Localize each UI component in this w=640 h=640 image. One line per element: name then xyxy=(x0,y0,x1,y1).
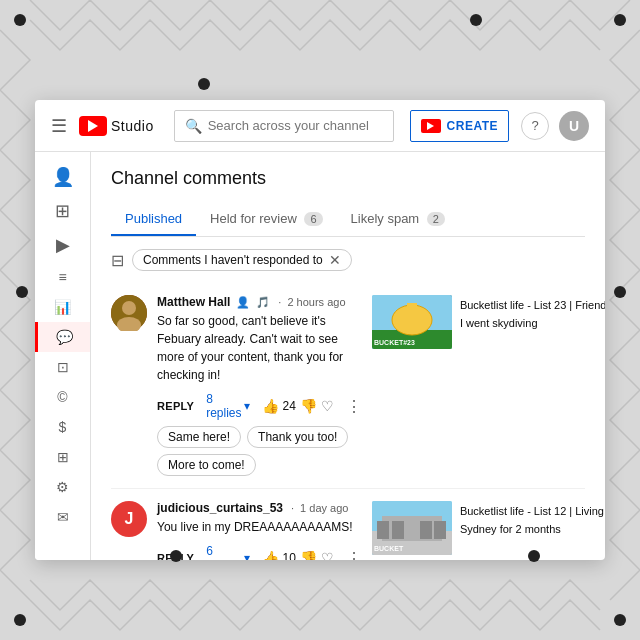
playlists-icon: ⊞ xyxy=(57,450,69,464)
quick-replies-1: Same here! Thank you too! More to come! xyxy=(157,426,362,476)
quick-reply-same[interactable]: Same here! xyxy=(157,426,241,448)
dot-bot-right xyxy=(528,550,540,562)
tab-held[interactable]: Held for review 6 xyxy=(196,203,336,236)
comment-avatar-1 xyxy=(111,295,147,331)
comment-author-1: Matthew Hall xyxy=(157,295,230,309)
comment-body-2: judicious_curtains_53 · 1 day ago You li… xyxy=(157,501,362,560)
svg-rect-13 xyxy=(392,521,404,539)
video-title-2: Bucketlist life - List 12 | Living in Sy… xyxy=(460,505,605,535)
sidebar-item-dashboard[interactable]: ⊞ xyxy=(35,194,90,228)
topbar: ☰ Studio 🔍 CREATE ? U xyxy=(35,100,605,152)
sidebar-item-feedback[interactable]: ✉ xyxy=(35,502,90,532)
music-badge-1: 🎵 xyxy=(256,296,270,309)
like-area-1: 👍 24 👎 ♡ xyxy=(262,398,334,414)
sidebar-item-revenue[interactable]: $ xyxy=(35,412,90,442)
sidebar-item-content[interactable]: ▶ xyxy=(35,228,90,262)
tab-spam[interactable]: Likely spam 2 xyxy=(337,203,459,236)
create-label: CREATE xyxy=(447,119,498,133)
comment-item: Matthew Hall 👤 🎵 · 2 hours ago So far so… xyxy=(111,283,585,489)
create-button[interactable]: CREATE xyxy=(410,110,509,142)
quick-reply-thankyou[interactable]: Thank you too! xyxy=(247,426,348,448)
comment-thumbnail-2[interactable]: BUCKET xyxy=(372,501,452,555)
thumbup-icon-1[interactable]: 👍 xyxy=(262,398,279,414)
main-content: 👤 ⊞ ▶ ≡ 📊 💬 ⊡ © $ xyxy=(35,152,605,560)
comment-text-2: You live in my DREAAAAAAAAAMS! xyxy=(157,518,362,536)
help-button[interactable]: ? xyxy=(521,112,549,140)
svg-text:BUCKET#23: BUCKET#23 xyxy=(374,339,415,346)
corner-dot-br xyxy=(614,614,626,626)
search-input[interactable] xyxy=(208,118,383,133)
filter-chip-label: Comments I haven't responded to xyxy=(143,253,323,267)
sidebar-item-captions[interactable]: ⊡ xyxy=(35,352,90,382)
svg-rect-15 xyxy=(434,521,446,539)
filter-row: ⊟ Comments I haven't responded to ✕ xyxy=(111,249,585,271)
sidebar-item-monetize[interactable]: © xyxy=(35,382,90,412)
sidebar-item-profile[interactable]: 👤 xyxy=(35,160,90,194)
svg-text:BUCKET: BUCKET xyxy=(374,545,404,552)
thumbup-icon-2[interactable]: 👍 xyxy=(262,550,279,560)
captions-icon: ⊡ xyxy=(57,360,69,374)
comments-icon: 💬 xyxy=(56,330,73,344)
like-count-2: 10 xyxy=(283,551,296,560)
tabs-bar: Published Held for review 6 Likely spam … xyxy=(111,203,585,237)
comment-thumbnail-1[interactable]: BUCKET#23 xyxy=(372,295,452,349)
replies-link-2[interactable]: 6 replies ▾ xyxy=(206,544,249,560)
svg-point-2 xyxy=(122,301,136,315)
heart-icon-2[interactable]: ♡ xyxy=(321,550,334,560)
studio-label: Studio xyxy=(111,118,154,134)
comment-right-1: BUCKET#23 Bucketlist life - List 23 | Fr… xyxy=(372,295,605,476)
sidebar-item-playlists[interactable]: ⊞ xyxy=(35,442,90,472)
replies-link-1[interactable]: 8 replies ▾ xyxy=(206,392,249,420)
content-icon: ▶ xyxy=(56,236,70,254)
menu-icon[interactable]: ☰ xyxy=(51,115,67,137)
corner-dot-tl xyxy=(14,14,26,26)
analytics-icon: 📊 xyxy=(54,300,71,314)
search-bar[interactable]: 🔍 xyxy=(174,110,394,142)
comment-body-1: Matthew Hall 👤 🎵 · 2 hours ago So far so… xyxy=(157,295,362,476)
help-icon: ? xyxy=(531,118,538,133)
comment-item-2: J judicious_curtains_53 · 1 day ago You … xyxy=(111,489,585,560)
user-avatar[interactable]: U xyxy=(559,111,589,141)
svg-rect-7 xyxy=(407,303,417,311)
chevron-down-icon: ▾ xyxy=(244,399,250,413)
held-badge: 6 xyxy=(304,212,322,226)
profile-icon: 👤 xyxy=(52,168,74,186)
reply-button-1[interactable]: REPLY xyxy=(157,400,194,412)
svg-rect-11 xyxy=(382,516,442,541)
sidebar-item-analytics[interactable]: 📊 xyxy=(35,292,90,322)
comment-text-1: So far so good, can't believe it's Febua… xyxy=(157,312,362,384)
more-icon-2[interactable]: ⋮ xyxy=(346,549,362,561)
corner-dot-tr xyxy=(614,14,626,26)
quick-reply-more[interactable]: More to come! xyxy=(157,454,256,476)
like-count-1: 24 xyxy=(283,399,296,413)
dot-top-mid xyxy=(470,14,482,26)
sidebar: 👤 ⊞ ▶ ≡ 📊 💬 ⊡ © $ xyxy=(35,152,91,560)
like-area-2: 👍 10 👎 ♡ xyxy=(262,550,334,560)
main-window: ☰ Studio 🔍 CREATE ? U 👤 ⊞ ▶ xyxy=(35,100,605,560)
dot-mid-top xyxy=(198,78,210,90)
comment-header-2: judicious_curtains_53 · 1 day ago xyxy=(157,501,362,515)
dot-bot-left xyxy=(170,550,182,562)
sidebar-item-settings[interactable]: ⚙ xyxy=(35,472,90,502)
member-badge-1: 👤 xyxy=(236,296,250,309)
tab-published[interactable]: Published xyxy=(111,203,196,236)
dot-mid-left xyxy=(16,286,28,298)
thumbdown-icon-2[interactable]: 👎 xyxy=(300,550,317,560)
comment-right-2: BUCKET Bucketlist life - List 12 | Livin… xyxy=(372,501,605,560)
sidebar-item-comments[interactable]: 💬 xyxy=(35,322,90,352)
youtube-icon xyxy=(79,116,107,136)
dashboard-icon: ⊞ xyxy=(55,202,70,220)
chevron-down-icon-2: ▾ xyxy=(244,551,250,560)
sidebar-item-subtitles[interactable]: ≡ xyxy=(35,262,90,292)
filter-chip[interactable]: Comments I haven't responded to ✕ xyxy=(132,249,352,271)
filter-close-icon[interactable]: ✕ xyxy=(329,253,341,267)
page-title: Channel comments xyxy=(111,168,585,189)
search-icon: 🔍 xyxy=(185,118,202,134)
heart-icon-1[interactable]: ♡ xyxy=(321,398,334,414)
filter-icon: ⊟ xyxy=(111,251,124,270)
settings-icon: ⚙ xyxy=(56,480,69,494)
thumbdown-icon-1[interactable]: 👎 xyxy=(300,398,317,414)
more-icon-1[interactable]: ⋮ xyxy=(346,397,362,416)
comment-author-2: judicious_curtains_53 xyxy=(157,501,283,515)
logo-area: Studio xyxy=(79,116,154,136)
